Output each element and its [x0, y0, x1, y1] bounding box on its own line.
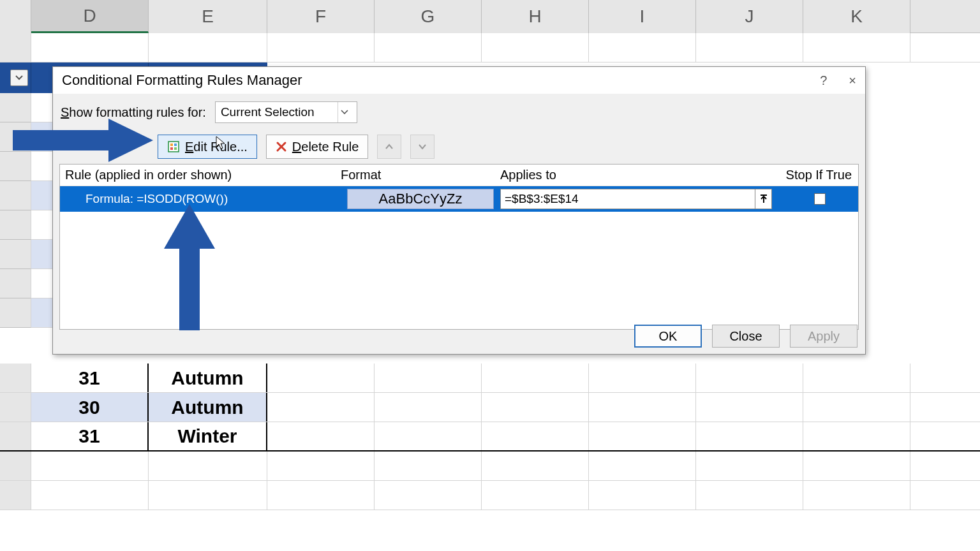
close-button[interactable]: ×: [849, 73, 856, 88]
cell[interactable]: [31, 33, 149, 62]
cell[interactable]: [375, 422, 482, 450]
move-down-button[interactable]: [410, 135, 434, 159]
chevron-down-icon: [338, 102, 352, 122]
cell[interactable]: [267, 364, 375, 392]
row-header[interactable]: [0, 364, 31, 392]
cell[interactable]: [589, 393, 696, 422]
cell[interactable]: [267, 393, 375, 422]
cell[interactable]: [696, 393, 803, 422]
cell[interactable]: [803, 481, 910, 510]
cell[interactable]: [149, 452, 267, 480]
col-rule-header: Rule (applied in order shown): [60, 168, 341, 182]
cell[interactable]: [482, 452, 589, 480]
range-selector-button[interactable]: [755, 189, 772, 209]
scope-dropdown[interactable]: Current Selection: [215, 101, 357, 123]
cell[interactable]: [267, 33, 375, 62]
chevron-up-icon: [385, 143, 394, 150]
cell-D[interactable]: 31: [31, 422, 149, 450]
delete-icon: [276, 141, 287, 152]
cell[interactable]: [267, 481, 375, 510]
cell[interactable]: [482, 422, 589, 450]
chevron-down-icon: [15, 75, 23, 80]
cell[interactable]: [375, 364, 482, 392]
svg-marker-6: [13, 119, 153, 162]
edit-rule-icon: [167, 140, 180, 153]
cell[interactable]: [589, 452, 696, 480]
col-header-G[interactable]: G: [375, 0, 482, 33]
svg-rect-2: [174, 143, 177, 146]
help-button[interactable]: ?: [820, 73, 827, 88]
cell[interactable]: [375, 33, 482, 62]
cell[interactable]: [375, 481, 482, 510]
cell[interactable]: [375, 452, 482, 480]
svg-marker-7: [164, 204, 215, 330]
col-header-J[interactable]: J: [696, 0, 803, 33]
apply-button[interactable]: Apply: [790, 325, 858, 348]
cell[interactable]: [589, 33, 696, 62]
filter-dropdown-button[interactable]: [10, 70, 28, 86]
row-header[interactable]: [0, 393, 31, 422]
svg-rect-1: [170, 143, 173, 146]
mouse-cursor-icon: [216, 136, 226, 150]
cell[interactable]: [482, 481, 589, 510]
cell[interactable]: [149, 33, 267, 62]
delete-rule-button[interactable]: Delete Rule: [266, 135, 369, 159]
annotation-arrow-up: [164, 204, 215, 330]
ok-button[interactable]: OK: [634, 325, 702, 348]
row-header[interactable]: [0, 481, 31, 510]
close-dialog-button[interactable]: Close: [712, 325, 780, 348]
cell[interactable]: [482, 33, 589, 62]
cell-E[interactable]: Autumn: [149, 393, 267, 422]
cell[interactable]: [589, 481, 696, 510]
corner-cell[interactable]: [0, 0, 31, 33]
col-header-D[interactable]: D: [31, 0, 149, 33]
cell[interactable]: [696, 33, 803, 62]
column-headers: D E F G H I J K: [0, 0, 980, 33]
cell[interactable]: [31, 452, 149, 480]
scope-value: Current Selection: [221, 105, 315, 119]
row-header[interactable]: [0, 452, 31, 480]
cell-E[interactable]: Winter: [149, 422, 267, 450]
row-header[interactable]: [0, 422, 31, 450]
cell-E[interactable]: Autumn: [149, 364, 267, 392]
cell[interactable]: [589, 364, 696, 392]
cell[interactable]: [696, 422, 803, 450]
cell[interactable]: [696, 452, 803, 480]
svg-rect-0: [168, 142, 179, 152]
chevron-down-icon: [418, 143, 427, 150]
col-header-I[interactable]: I: [589, 0, 696, 33]
cell[interactable]: [696, 481, 803, 510]
dialog-titlebar[interactable]: Conditional Formatting Rules Manager ? ×: [53, 67, 865, 94]
edit-rule-button[interactable]: Edit Rule...: [158, 135, 257, 159]
applies-to-input[interactable]: =$B$3:$E$14: [500, 189, 755, 209]
col-stop-header: Stop If True: [781, 168, 858, 182]
cell[interactable]: [31, 481, 149, 510]
col-header-E[interactable]: E: [149, 0, 267, 33]
cell[interactable]: [482, 393, 589, 422]
svg-rect-4: [174, 147, 177, 150]
col-header-H[interactable]: H: [482, 0, 589, 33]
annotation-arrow-right: [13, 119, 153, 162]
col-applies-header: Applies to: [500, 168, 781, 182]
cell[interactable]: [375, 393, 482, 422]
cell[interactable]: [803, 364, 910, 392]
cell[interactable]: [267, 452, 375, 480]
cell[interactable]: [803, 452, 910, 480]
cell[interactable]: [803, 393, 910, 422]
cell[interactable]: [589, 422, 696, 450]
scope-label: Show formatting rules for:: [61, 105, 206, 120]
format-preview: AaBbCcYyZz: [347, 189, 494, 209]
move-up-button[interactable]: [377, 135, 401, 159]
cell[interactable]: [482, 364, 589, 392]
cell-D[interactable]: 31: [31, 364, 149, 392]
row-header[interactable]: [0, 33, 31, 62]
col-header-K[interactable]: K: [803, 0, 910, 33]
cell-D[interactable]: 30: [31, 393, 149, 422]
cell[interactable]: [803, 33, 910, 62]
cell[interactable]: [696, 364, 803, 392]
stop-if-true-checkbox[interactable]: [814, 193, 826, 205]
col-header-F[interactable]: F: [267, 0, 375, 33]
cell[interactable]: [149, 481, 267, 510]
cell[interactable]: [803, 422, 910, 450]
cell[interactable]: [267, 422, 375, 450]
